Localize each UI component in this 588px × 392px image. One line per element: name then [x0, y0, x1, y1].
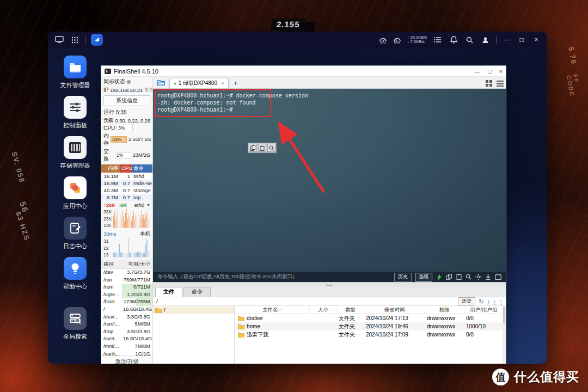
tab-files[interactable]: 文件 [155, 287, 182, 297]
tree-root-label: / [164, 307, 166, 313]
paste-icon[interactable] [455, 273, 462, 280]
sidebar-item-folder[interactable]: 文件管理器 [53, 56, 97, 89]
download-arrow-icon[interactable] [485, 273, 492, 280]
paste-icon[interactable] [258, 144, 266, 152]
file-header-cell[interactable]: 文件名^ [235, 307, 310, 314]
gear-icon[interactable] [475, 273, 482, 280]
tree-root-item[interactable]: / [153, 307, 234, 314]
nas-minimize-button[interactable]: — [503, 36, 511, 44]
activate-upgrade-link[interactable]: 激活/升级 [101, 356, 152, 364]
file-table-scrollbar[interactable] [503, 306, 506, 364]
disk-row[interactable]: /ugre...1.2G/3.9G [101, 291, 152, 299]
disk-row[interactable]: /mnt/...7M/8M [101, 343, 152, 351]
desktop-icon[interactable] [54, 35, 64, 45]
tab-close-icon[interactable]: × [221, 81, 224, 87]
disk-path: /var/li... [101, 351, 122, 356]
search-icon[interactable] [267, 144, 275, 152]
nas-close-button[interactable]: × [532, 36, 541, 44]
menu-icon[interactable] [497, 81, 504, 87]
up-directory-icon[interactable]: ↑ [487, 299, 491, 304]
file-row[interactable]: home文件夹2024/10/24 19:46drwxrwxrwx1000/10 [235, 322, 506, 330]
new-tab-button[interactable]: + [231, 79, 241, 88]
path-history-button[interactable]: 历史 [458, 297, 475, 305]
disk-row[interactable]: /16.6G/18.4G [101, 306, 152, 314]
sidebar-item-apps[interactable]: 应用中心 [53, 176, 97, 210]
layout-grid-icon[interactable] [486, 80, 492, 87]
disk-row[interactable]: /boot173M/255M [101, 298, 152, 306]
disk-row[interactable]: /over...16.6G/18.4G [101, 335, 152, 343]
process-row[interactable]: 16.1M1sshd [101, 173, 152, 180]
chart-bar [123, 216, 124, 228]
chart-bar [125, 253, 125, 257]
fs-maximize-button[interactable]: □ [488, 68, 492, 75]
disk-row[interactable]: /tmp3.8G/3.8G [101, 328, 152, 336]
notification-bell-icon[interactable] [449, 35, 458, 45]
app-grid-icon[interactable] [70, 35, 79, 45]
chart-bar [143, 215, 144, 228]
file-name-cell: docker [235, 315, 310, 321]
copy-icon[interactable] [249, 144, 257, 152]
process-row[interactable]: 40.3M0.7storage [101, 187, 152, 194]
disk-row[interactable]: /var/li...1G/1G [101, 351, 152, 356]
file-header-cell[interactable]: 类型 [337, 307, 364, 314]
disk-row[interactable]: /run/l...5M/5M [101, 321, 152, 328]
window-mode-icon[interactable] [494, 273, 501, 280]
chart-bar [136, 214, 136, 228]
file-owner-cell: 0/0 [464, 332, 504, 338]
user-icon[interactable] [480, 35, 490, 45]
sidebar-item-control[interactable]: 控制面板 [53, 96, 97, 130]
search-icon[interactable] [465, 273, 472, 280]
nas-maximize-button[interactable]: □ [517, 36, 526, 44]
file-row[interactable]: 迅雷下载文件夹2024/10/24 17:09drwxrwxrwx0/0 [235, 330, 506, 339]
sidebar-item-log[interactable]: 日志中心 [53, 217, 97, 250]
disk-row[interactable]: /rom0/721M [101, 284, 152, 291]
upload-icon[interactable]: ↑ [500, 298, 503, 304]
system-info-button[interactable]: 系统信息 [103, 95, 150, 106]
net-chart-bars [113, 209, 150, 228]
folder-icon [155, 308, 162, 313]
disk-row[interactable]: /dev/...3.8G/3.8G [101, 314, 152, 321]
process-row[interactable]: 16.9M0.7redis-se [101, 180, 152, 187]
disk-row[interactable]: /dev3.7G/3.7G [101, 269, 152, 277]
file-owner-cell: 1000/10 [464, 323, 504, 329]
file-row[interactable]: docker文件夹2024/10/24 17:13drwxrwxrwx0/0 [235, 314, 506, 322]
network-speed-indicator[interactable]: ↑ 35.3KB/s ↓ 7.3KB/s [407, 35, 427, 45]
history-button[interactable]: 历史 [394, 273, 412, 281]
file-header-cell[interactable]: 修改时间 [364, 307, 425, 314]
chevron-down-icon[interactable]: ▼ [146, 203, 150, 207]
chart-bar [129, 253, 130, 257]
file-header-cell[interactable]: 用户/用户组 [464, 307, 504, 314]
options-button[interactable]: 选项 [415, 273, 432, 281]
sidebar-item-search[interactable]: 全局搜索 [53, 307, 97, 341]
open-connections-icon[interactable] [155, 78, 167, 88]
refresh-icon[interactable]: ↻ [479, 299, 483, 304]
terminal-line: root@DXP4800-hchuan1:~# docker-compose v… [157, 92, 308, 99]
terminal-area[interactable]: root@DXP4800-hchuan1:~# docker-compose v… [153, 89, 506, 272]
cpu-gauge-icon[interactable]: CPU [379, 36, 387, 44]
interface-selector[interactable]: eth0 [134, 202, 145, 208]
task-list-icon[interactable] [433, 35, 443, 45]
chart-bar [130, 253, 131, 257]
file-header-cell[interactable]: 权限 [425, 307, 464, 314]
file-header-cell[interactable]: 大小 [310, 307, 337, 314]
disk-row[interactable]: /run769M/771M [101, 277, 152, 284]
fs-minimize-button[interactable]: — [474, 68, 480, 75]
fs-close-button[interactable]: × [499, 68, 503, 75]
sidebar-item-help[interactable]: 帮助中心 [53, 257, 97, 291]
lightning-icon[interactable] [436, 273, 443, 280]
finalshell-titlebar[interactable]: FinalShell 4.5.10 — □ × [101, 66, 506, 77]
copy-icon[interactable] [445, 273, 452, 280]
copy-ip-link[interactable]: 复制 [144, 87, 153, 94]
process-row[interactable]: 6.7M0.7top [101, 194, 152, 201]
current-path[interactable]: / [156, 298, 455, 304]
ram-gauge-icon[interactable]: RAM [393, 36, 401, 44]
swap-usage-bar: 1% [115, 152, 131, 158]
chart-bar [148, 212, 148, 228]
search-icon[interactable] [464, 35, 474, 45]
command-input-bar[interactable]: 命令输入（双击Ctrl切换,Alt历史,Tab路径/命令,Esc关闭窗口） 历史… [153, 272, 506, 282]
session-tab[interactable]: ● 1 绿联DXP4800 × [169, 78, 229, 88]
running-app-icon[interactable] [91, 34, 103, 46]
sidebar-item-storage[interactable]: 存储管理器 [53, 136, 97, 170]
tab-commands[interactable]: 命令 [183, 287, 211, 297]
download-icon[interactable]: ↓ [493, 298, 497, 304]
